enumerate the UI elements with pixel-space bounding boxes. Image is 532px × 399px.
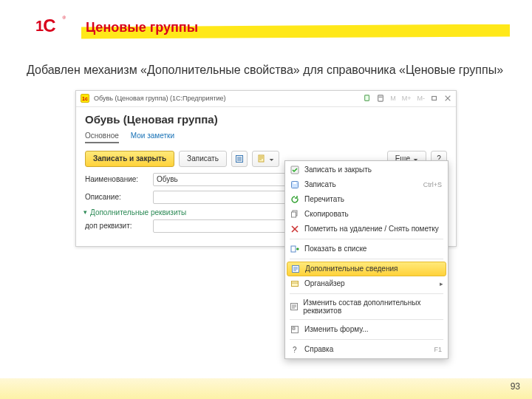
menu-organizer[interactable]: Органайзер ▸ [285,276,448,291]
menu-reread[interactable]: Перечитать [285,192,448,207]
group-label: Дополнительные реквизиты [90,208,186,216]
menu-save[interactable]: Записать Ctrl+S [285,177,448,192]
help-icon: ? [290,344,300,355]
chevron-down-icon: ▾ [83,208,87,216]
menu-accel: Ctrl+S [423,181,442,188]
window-title: Обувь (Ценовая группа) (1С:Предприятие) [94,95,358,102]
menu-show-in-list[interactable]: Показать в списке [285,242,448,256]
menu-label: Изменить состав дополнительных реквизито… [303,299,442,315]
refresh-icon [290,194,300,205]
slide-title: Ценовые группы [86,20,198,35]
lead-paragraph: Добавлен механизм «Дополнительные свойст… [27,62,505,78]
menu-label: Перечитать [304,195,442,203]
tab-notes[interactable]: Мои заметки [131,132,174,143]
memory-mplus[interactable]: M+ [400,95,413,102]
slide-header: 1C ® Ценовые группы [0,0,532,41]
organizer-icon [290,279,300,289]
menu-label: Скопировать [304,210,442,218]
svg-rect-25 [292,281,299,286]
menu-label: Дополнительные сведения [305,265,441,273]
chevron-down-icon [269,156,274,161]
save-close-icon [290,165,300,175]
copy-icon [290,209,300,219]
menu-help[interactable]: ? Справка F1 [285,342,448,357]
more-menu: Записать и закрыть Записать Ctrl+S Переч… [284,160,449,359]
submenu-arrow-icon: ▸ [440,280,443,287]
save-close-button[interactable]: Записать и закрыть [85,151,174,167]
change-attrs-icon [290,301,299,312]
window-titlebar: 1c Обувь (Ценовая группа) (1С:Предприяти… [76,91,456,107]
svg-text:?: ? [293,346,297,354]
additional-info-icon [290,264,301,274]
extra-label: доп реквизит: [85,222,149,230]
logo-1c: 1C ® [35,16,65,39]
app-icon: 1c [81,94,89,103]
menu-label: Показать в списке [304,245,442,253]
menu-label: Записать [304,180,415,188]
change-form-icon [290,324,300,335]
menu-separator [290,259,443,259]
menu-separator [290,339,443,340]
window-restore-icon[interactable] [429,93,440,103]
save-icon [290,180,300,190]
menu-separator [290,293,443,294]
svg-rect-1 [378,95,383,101]
app-window: 1c Обувь (Ценовая группа) (1С:Предприяти… [75,90,457,247]
svg-rect-5 [432,97,437,100]
svg-rect-15 [293,182,296,184]
menu-label: Изменить форму... [304,325,442,333]
tabs: Основное Мои заметки [76,132,456,148]
save-button[interactable]: Записать [179,151,227,167]
tab-main[interactable]: Основное [85,132,119,143]
menu-change-form[interactable]: Изменить форму... [285,322,448,337]
menu-label: Справка [304,345,425,353]
svg-rect-29 [293,327,295,330]
close-icon[interactable] [443,93,453,103]
name-label: Наименование: [85,175,149,183]
desc-label: Описание: [85,193,149,201]
delete-mark-icon [290,224,300,234]
menu-label: Пометить на удаление / Снять пометку [304,225,442,233]
svg-rect-20 [291,246,296,252]
svg-rect-0 [365,95,369,101]
open-list-button[interactable] [231,151,248,167]
memory-mminus[interactable]: M- [416,95,427,102]
menu-mark-delete[interactable]: Пометить на удаление / Снять пометку [285,222,448,236]
menu-separator [290,239,443,239]
attach-button[interactable] [252,151,279,167]
menu-label: Записать и закрыть [304,166,442,174]
page-number: 93 [511,381,520,392]
slide-footer [0,378,532,399]
menu-accel: F1 [434,346,442,353]
menu-change-additional-attrs[interactable]: Изменить состав дополнительных реквизито… [285,296,448,317]
calc-icon[interactable] [375,93,386,103]
memory-m[interactable]: M [389,95,398,102]
slide-body: Добавлен механизм «Дополнительные свойст… [0,41,532,247]
svg-rect-17 [292,212,296,217]
menu-separator [290,319,443,320]
menu-save-close[interactable]: Записать и закрыть [285,163,448,177]
menu-copy[interactable]: Скопировать [285,207,448,222]
new-doc-icon[interactable] [362,93,372,103]
menu-additional-info[interactable]: Дополнительные сведения [287,262,446,276]
menu-label: Органайзер [304,279,442,287]
form-title: Обувь (Ценовая группа) [76,107,456,132]
list-arrow-icon [290,244,300,254]
